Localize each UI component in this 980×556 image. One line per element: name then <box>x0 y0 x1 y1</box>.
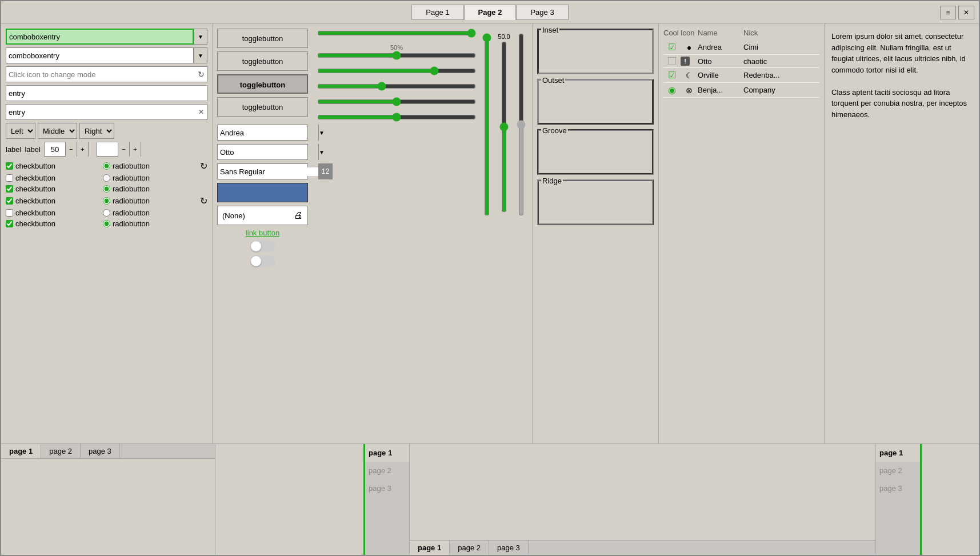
bottom-vtab-right: page 1 page 2 page 3 <box>876 444 979 555</box>
radio-4[interactable] <box>103 197 110 205</box>
entry-icon-input[interactable] <box>9 70 198 79</box>
vtab-right-page2[interactable]: page 2 <box>876 462 920 479</box>
reload-icon[interactable]: ↻ <box>198 70 205 79</box>
radio-5[interactable] <box>103 209 110 217</box>
align-middle-select[interactable]: Middle <box>38 123 77 139</box>
slider-group-6 <box>317 113 476 123</box>
reload-icon-4[interactable]: ↻ <box>200 195 207 206</box>
dropdown-otto-input[interactable] <box>218 148 318 157</box>
hslider-5[interactable] <box>317 97 476 106</box>
checkbox-3[interactable] <box>6 185 13 193</box>
checkbox-6[interactable] <box>6 220 13 227</box>
link-button[interactable]: link button <box>217 229 308 237</box>
align-right-select[interactable]: Right <box>79 123 114 139</box>
hslider-2[interactable] <box>317 51 476 60</box>
radio-item-4: radiobutton <box>103 197 195 205</box>
tree-row-3[interactable]: ☑ ☾ Orville Redenba... <box>663 68 819 83</box>
printer-icon[interactable]: 🖨 <box>294 210 303 221</box>
radio-label-4: radiobutton <box>113 197 150 205</box>
spin-input[interactable] <box>45 145 65 154</box>
combobox-entry-input[interactable] <box>6 29 194 45</box>
spin2-plus[interactable]: + <box>129 142 141 157</box>
hslider-6[interactable] <box>317 113 476 122</box>
hslider-1[interactable] <box>317 29 476 38</box>
radio-1[interactable] <box>103 162 110 170</box>
tab-page2[interactable]: Page 2 <box>464 5 517 20</box>
bottom-tab-bot-2[interactable]: page 2 <box>450 541 489 555</box>
bottom-tab-left-3[interactable]: page 3 <box>81 444 120 458</box>
checkbox-label-6: checkbutton <box>15 219 55 228</box>
dropdown-andrea-input[interactable] <box>218 129 318 137</box>
vtab-page2[interactable]: page 2 <box>365 462 409 479</box>
radio-6[interactable] <box>103 220 110 227</box>
spin2-minus[interactable]: − <box>118 142 129 157</box>
combobox-normal-input[interactable] <box>6 47 194 63</box>
combobox-entry-arrow[interactable]: ▼ <box>194 29 207 45</box>
h-sliders: 50% <box>317 29 476 439</box>
bottom-tab-left-content <box>1 459 215 555</box>
radio-2[interactable] <box>103 174 110 182</box>
tab-page1[interactable]: Page 1 <box>411 5 463 20</box>
vslider-green[interactable] <box>481 33 493 216</box>
toggle-btn-3[interactable]: togglebutton <box>217 74 308 94</box>
checkbox-2[interactable] <box>6 174 13 182</box>
switch-2[interactable] <box>250 255 275 267</box>
vslider-right[interactable] <box>515 33 527 216</box>
titlebar: Page 1 Page 2 Page 3 ≡ ✕ <box>1 1 979 24</box>
spin-minus[interactable]: − <box>65 142 77 157</box>
tab-page3[interactable]: Page 3 <box>516 5 568 20</box>
radio-label-3: radiobutton <box>113 185 150 193</box>
toggle-btn-1[interactable]: togglebutton <box>217 29 308 48</box>
vslider-green-container <box>481 33 493 239</box>
vslider-right-container <box>515 33 527 239</box>
reload-icon-1[interactable]: ↻ <box>200 161 207 171</box>
radio-item-1: radiobutton <box>103 162 195 170</box>
toggle-btn-2[interactable]: togglebutton <box>217 51 308 71</box>
bottom-tab-left-2[interactable]: page 2 <box>41 444 81 458</box>
col-icon: Icon <box>681 29 698 37</box>
border-inset: Inset <box>537 29 654 74</box>
checkbox-5[interactable] <box>6 209 13 217</box>
font-input[interactable] <box>218 167 318 176</box>
close-button[interactable]: ✕ <box>958 6 974 19</box>
vtab-right-page3[interactable]: page 3 <box>876 479 920 497</box>
tree-nick-4: Company <box>743 86 789 94</box>
tree-name-1: Andrea <box>698 43 743 51</box>
align-left-select[interactable]: Left <box>6 123 35 139</box>
checkbox-label-5: checkbutton <box>15 209 55 217</box>
radio-item-3: radiobutton <box>103 185 195 193</box>
spin-input2[interactable] <box>97 145 118 154</box>
clear-button[interactable]: ✕ <box>195 104 207 120</box>
switch-1[interactable] <box>250 241 275 252</box>
v-sliders: 50.0 <box>481 29 527 439</box>
tree-row-1[interactable]: ☑ ● Andrea Cimi <box>663 40 819 55</box>
tree-row-4[interactable]: ◉ ⊗ Benja... Company <box>663 83 819 98</box>
combobox-normal-arrow[interactable]: ▼ <box>194 47 207 63</box>
bottom-tab-left-1[interactable]: page 1 <box>1 444 41 458</box>
mid-panel: togglebutton togglebutton togglebutton t… <box>213 24 533 443</box>
spin-plus[interactable]: + <box>77 142 88 157</box>
checkbox-label-2: checkbutton <box>15 174 55 182</box>
vtab-right-page1[interactable]: page 1 <box>876 444 920 462</box>
vslider-main[interactable] <box>498 41 510 213</box>
bottom-tab-bot-3[interactable]: page 3 <box>489 541 529 555</box>
color-button[interactable] <box>217 183 308 202</box>
entry-plain[interactable] <box>6 85 207 101</box>
spin-label1: label <box>6 145 21 154</box>
toggle-btn-4[interactable]: togglebutton <box>217 97 308 117</box>
radio-item-2: radiobutton <box>103 174 195 182</box>
entry-clear-input[interactable] <box>6 108 195 117</box>
vtab-page3[interactable]: page 3 <box>365 479 409 497</box>
hslider-4[interactable] <box>317 82 476 91</box>
bottom-tab-bot-1[interactable]: page 1 <box>410 541 450 555</box>
tree-row-2[interactable]: ! Otto chaotic <box>663 55 819 68</box>
radio-3[interactable] <box>103 185 110 193</box>
bottom-right-panels: page 1 page 2 page 3 page 1 page 2 page … <box>410 444 979 555</box>
checkbox-1[interactable] <box>6 162 13 170</box>
hslider-3[interactable] <box>317 66 476 75</box>
checkbox-4[interactable] <box>6 197 13 205</box>
radio-label-1: radiobutton <box>113 162 150 170</box>
vtab-page1[interactable]: page 1 <box>365 444 409 462</box>
menu-button[interactable]: ≡ <box>940 6 956 19</box>
checkbox-label-3: checkbutton <box>15 185 55 193</box>
